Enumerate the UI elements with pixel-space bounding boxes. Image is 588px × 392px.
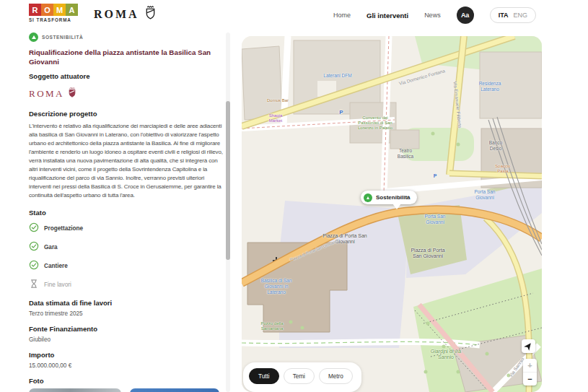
status-list: Progettazione Gara Cantiere Fine lavori (29, 222, 224, 292)
logo-tile-a: A (66, 4, 78, 16)
page-title: Riqualificazione della piazza antistante… (29, 48, 224, 67)
language-switcher: ITA ENG (490, 7, 536, 23)
panel-scrollbar (226, 32, 230, 392)
filter-temi-button[interactable]: Temi (284, 368, 315, 384)
roma-capitale-logo[interactable]: ROMA (94, 6, 156, 23)
logo-tiles: R O M A (29, 4, 84, 16)
funding-section: Fonte Finanziamento Giubileo (29, 325, 224, 343)
description-heading: Descrizione progetto (29, 110, 224, 118)
status-row-fine-lavori: Fine lavori (29, 279, 224, 292)
amount-section: Importo 15.000.000,00 € (29, 351, 224, 369)
font-size-button[interactable]: Aa (457, 6, 474, 24)
map-canvas[interactable]: Via Domenico FontanaVia Emanuele Filiber… (242, 36, 542, 392)
logo-tile-m: M (53, 4, 66, 16)
status-heading: Stato (29, 209, 224, 217)
logo-tile-r: R (29, 4, 41, 16)
description-text: L'intervento è relativo alla riqualifica… (29, 122, 225, 200)
nav-news[interactable]: News (424, 12, 441, 19)
sustainability-icon (364, 193, 372, 202)
map-label: Piazza di Porta San Giovanni (409, 248, 447, 260)
check-circle-icon (29, 241, 39, 254)
map-label: P (434, 173, 437, 179)
map-label: Spaccio Pasta (491, 164, 515, 174)
funding-heading: Fonte Finanziamento (29, 325, 224, 333)
map-label: Piazza di Porta San Giovanni (322, 233, 367, 245)
amount-heading: Importo (29, 351, 224, 359)
photo-thumbnail[interactable] (130, 388, 219, 392)
status-row-progettazione: Progettazione (29, 222, 224, 235)
map-filter-bar: Tutti Temi Metro (243, 362, 361, 392)
roma-wordmark: ROMA (94, 8, 139, 21)
amount-value: 15.000.000,00 € (29, 362, 224, 369)
end-date-section: Data stimata di fine lavori Terzo trimes… (29, 299, 224, 317)
page: R O M A SI TRASFORMA ROMA Home Gli inter… (0, 0, 588, 392)
roma-crest-icon (145, 6, 156, 23)
map-marker-sostenibilita[interactable]: Sostenibilità (361, 191, 417, 204)
nav-gli-interventi[interactable]: Gli interventi (367, 12, 408, 19)
status-label: Progettazione (44, 225, 83, 232)
status-row-cantiere: Cantiere (29, 260, 224, 273)
sustainability-icon (29, 32, 38, 42)
end-date-heading: Data stimata di fine lavori (29, 299, 224, 307)
filter-tutti-button[interactable]: Tutti (249, 368, 279, 384)
status-row-gara: Gara (29, 241, 224, 254)
map-labels-layer: Via Domenico FontanaVia Emanuele Filiber… (242, 36, 542, 392)
subject-logo: ROMA (29, 87, 224, 101)
lang-ita[interactable]: ITA (499, 12, 509, 19)
map-label: Via Domenico Fontana (398, 68, 446, 87)
map-label: Porta San Giovanni (468, 189, 501, 201)
map-label: P (339, 109, 343, 116)
header: R O M A SI TRASFORMA ROMA Home Gli inter… (0, 0, 588, 30)
locate-button[interactable] (522, 339, 535, 353)
lang-eng[interactable]: ENG (513, 12, 527, 19)
hourglass-icon (29, 279, 39, 292)
roma-si-trasforma-logo[interactable]: R O M A SI TRASFORMA (29, 4, 84, 22)
map-label: Domus Bar (267, 98, 289, 103)
zoom-in-button[interactable]: + (523, 359, 537, 373)
map-label: Banco Desio (483, 140, 508, 152)
subject-logo-text: ROMA (29, 88, 64, 100)
map-zoom-control: + − (523, 359, 537, 386)
map-label: Teatro Basilica (392, 148, 418, 160)
category-badge-label: SOSTENIBILITÀ (42, 35, 83, 40)
status-label: Cantiere (44, 263, 68, 269)
map-label: Shaqia Market (263, 113, 289, 123)
nav-home[interactable]: Home (333, 12, 351, 19)
check-circle-icon (29, 260, 39, 273)
funding-value: Giubileo (29, 336, 224, 343)
photos-section: Foto (29, 377, 224, 392)
map-label: Piazza di Porta San Giovanni (289, 239, 339, 263)
main-nav: Home Gli interventi News Aa ITA ENG (333, 0, 536, 30)
subject-label: Soggetto attuatore (29, 72, 224, 80)
project-panel: SOSTENIBILITÀ Riqualificazione della pia… (29, 32, 224, 392)
photo-thumbnail[interactable] (29, 388, 121, 392)
photo-thumbnails (29, 388, 224, 392)
check-circle-icon (29, 222, 39, 235)
category-badge: SOSTENIBILITÀ (29, 32, 224, 42)
map-label: Convento dei Passionisti di San Lorenzo … (355, 116, 395, 131)
logo-subtitle: SI TRASFORMA (29, 17, 84, 22)
map-label: Porta San Giovanni (418, 214, 452, 225)
map-label: Via Emanuele Filiberto (452, 81, 463, 129)
map-label: Giardini di via Sannio (429, 349, 462, 361)
photos-heading: Foto (29, 377, 224, 385)
scrollbar-thumb[interactable] (226, 101, 230, 260)
zoom-out-button[interactable]: − (523, 373, 537, 386)
filter-metro-button[interactable]: Metro (319, 368, 353, 384)
map-label: Residenza Laterano (473, 81, 506, 92)
map-label: Basilica di San Giovanni in Laterano (258, 278, 294, 295)
navigation-arrow-icon (524, 341, 533, 351)
status-label: Fine lavori (44, 282, 71, 288)
status-label: Gara (44, 244, 58, 251)
map-label: Laterani DFM (322, 73, 354, 79)
logo-tile-o: O (41, 4, 53, 16)
map-label: Pozzo della Samaritana (255, 321, 289, 331)
roma-crest-small-icon (68, 87, 76, 101)
end-date-value: Terzo trimestre 2025 (29, 310, 224, 317)
marker-label: Sostenibilità (376, 194, 411, 201)
